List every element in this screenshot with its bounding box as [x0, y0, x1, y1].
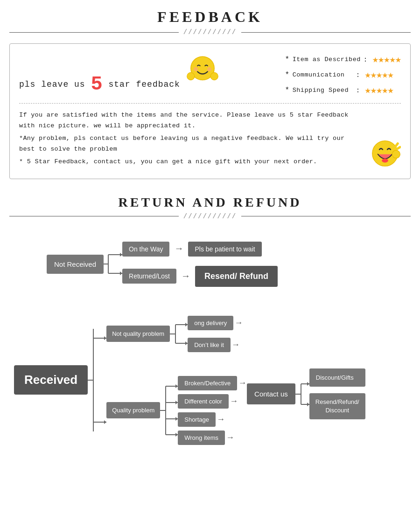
arrow-1: →	[176, 243, 182, 254]
body-text-3: * 5 Star Feedback, contact us, you can g…	[19, 157, 360, 167]
resend-refund-discount-node: Resend/Refund/ Discount	[309, 393, 365, 419]
feedback-section: FEEDBACK /////////// pls leave us 5 star…	[0, 0, 420, 184]
svg-point-6	[382, 159, 388, 163]
star-row-3: * Shipping Speed : ★★★★★	[285, 84, 401, 97]
divider-line-left	[9, 32, 179, 33]
refund-divider: ///////////	[9, 213, 411, 220]
feedback-box: pls leave us 5 star feedback	[9, 43, 411, 179]
star-label-2: Communication	[293, 71, 353, 78]
refund-divider-line-right	[241, 216, 411, 216]
resend-refund-node: Resend/ Refund	[195, 266, 278, 287]
received-middle: Not quality problem ong delivery → D	[106, 315, 245, 445]
svg-point-3	[187, 72, 194, 80]
wrong-items-row: Wrong items →	[178, 431, 245, 445]
contact-section: Contact us Discount/Gifts Resend/Refund/…	[247, 368, 365, 419]
feedback-left: pls leave us 5 star feedback	[19, 51, 219, 94]
feedback-bottom-row: If you are satisfied with the items and …	[19, 110, 401, 169]
be-patient-node: Pls be patient to wait	[188, 242, 261, 257]
stars-2: ★★★★★	[365, 69, 393, 81]
branch-on-the-way: On the Way → Pls be patient to wait	[122, 242, 278, 257]
wrong-items-node: Wrong items	[178, 431, 225, 445]
not-quality-node: Not quality problem	[106, 326, 170, 342]
feedback-divider: ///////////	[9, 28, 411, 36]
svg-point-9	[392, 150, 400, 158]
not-quality-items: ong delivery → Don’t like it →	[188, 316, 241, 352]
branch-returned-lost: Returned/Lost → Resend/ Refund	[122, 266, 278, 287]
tagline-text: pls leave us 5 star feedback	[19, 80, 186, 89]
star-number: 5	[91, 73, 103, 96]
outcomes: Discount/Gifts Resend/Refund/ Discount	[309, 368, 365, 419]
broken-row: Broken/Defective →	[178, 376, 245, 390]
broken-defective-node: Broken/Defective	[178, 376, 237, 390]
smiley-face-2	[369, 138, 401, 169]
feedback-top: pls leave us 5 star feedback	[19, 51, 401, 104]
received-node: Received	[14, 365, 88, 395]
not-received-container: Not Received On the Way → Pls be pati	[47, 242, 278, 287]
smiley-face-1	[186, 53, 219, 87]
star-label-3: Shipping Speed	[293, 87, 353, 94]
body-text-1: If you are satisfied with the items and …	[19, 110, 360, 132]
not-received-branches: On the Way → Pls be patient to wait Retu…	[122, 242, 278, 287]
arrow-2: →	[183, 271, 189, 282]
returned-lost-node: Returned/Lost	[122, 269, 176, 284]
shortage-node: Shortage	[178, 412, 216, 427]
svg-point-1	[194, 67, 198, 71]
feedback-title: FEEDBACK	[9, 8, 411, 26]
star-row-2: * Communication : ★★★★★	[285, 69, 401, 81]
quality-items: Broken/Defective → Different color → Sho…	[178, 376, 245, 445]
received-branch-svg	[88, 301, 106, 459]
not-received-branch-svg	[104, 245, 122, 283]
svg-point-2	[207, 67, 211, 71]
feedback-bottom-text: If you are satisfied with the items and …	[19, 110, 360, 169]
star-ratings: * Item as Described : ★★★★★ * Communicat…	[285, 51, 401, 97]
refund-title: RETURN AND REFUND	[9, 195, 411, 210]
body-text-2: *Any problem, pls contact us before leav…	[19, 133, 360, 155]
refund-section: RETURN AND REFUND /////////// Not Receiv…	[0, 184, 420, 478]
not-received-flow: Not Received On the Way → Pls be pati	[9, 228, 411, 292]
star-row-1: * Item as Described : ★★★★★	[285, 53, 401, 66]
contact-us-node: Contact us	[247, 383, 295, 404]
shortage-row: Shortage →	[178, 412, 245, 427]
on-the-way-node: On the Way	[122, 242, 169, 257]
stars-3: ★★★★★	[365, 84, 393, 97]
contact-outcome-svg	[295, 371, 309, 417]
feedback-tagline: pls leave us 5 star feedback	[19, 51, 219, 94]
feedback-body: If you are satisfied with the items and …	[19, 110, 401, 169]
dont-like-row: Don’t like it →	[188, 338, 241, 352]
star-label-1: Item as Described	[293, 56, 361, 63]
divider-zigzag: ///////////	[179, 28, 241, 36]
diff-color-row: Different color →	[178, 394, 245, 409]
divider-line-right	[241, 32, 411, 33]
different-color-node: Different color	[178, 394, 229, 409]
quality-row: Quality problem Broken/Defective	[106, 376, 245, 445]
not-quality-row: Not quality problem ong delivery → D	[106, 315, 245, 353]
not-received-node: Not Received	[47, 255, 104, 274]
refund-divider-zigzag: ///////////	[179, 213, 241, 220]
svg-point-4	[210, 72, 218, 80]
stars-1: ★★★★★	[372, 53, 401, 66]
quality-node: Quality problem	[106, 402, 160, 418]
quality-branch-svg	[160, 378, 178, 443]
received-flow: Received Not quality problem	[9, 292, 411, 469]
discount-gifts-node: Discount/Gifts	[309, 368, 365, 387]
not-quality-branch-svg	[170, 315, 188, 353]
refund-divider-line-left	[9, 216, 179, 216]
long-delivery-row: ong delivery →	[188, 316, 241, 330]
dont-like-node: Don’t like it	[188, 338, 231, 352]
long-delivery-node: ong delivery	[188, 316, 233, 330]
spacer	[106, 362, 245, 367]
